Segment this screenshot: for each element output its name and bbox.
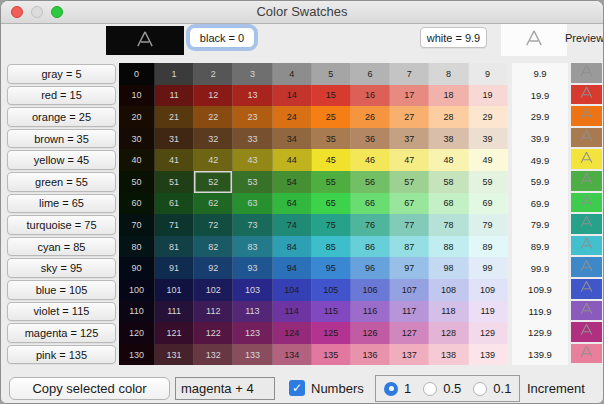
white-value-button[interactable]: white = 9.9 <box>420 27 487 48</box>
swatch-cell-110[interactable]: 110 <box>119 301 155 323</box>
swatch-cell-44[interactable]: 44 <box>273 149 312 171</box>
sidebar-item-red[interactable]: red = 15 <box>7 86 116 106</box>
sidebar-item-cyan[interactable]: cyan = 85 <box>7 237 116 257</box>
swatch-cell-99[interactable]: 99 <box>469 257 508 279</box>
increment-radio-label[interactable]: 0.5 <box>443 381 461 396</box>
swatch-cell-92[interactable]: 92 <box>194 257 233 279</box>
swatch-cell-137[interactable]: 137 <box>390 344 429 366</box>
swatch-cell-14[interactable]: 14 <box>273 85 312 107</box>
swatch-cell-104[interactable]: 104 <box>273 279 312 301</box>
swatch-cell-29[interactable]: 29 <box>469 106 508 128</box>
swatch-cell-80[interactable]: 80 <box>119 236 155 258</box>
swatch-cell-22[interactable]: 22 <box>194 106 233 128</box>
swatch-cell-36[interactable]: 36 <box>351 128 390 150</box>
swatch-cell-132[interactable]: 132 <box>194 344 233 366</box>
swatch-cell-76[interactable]: 76 <box>351 214 390 236</box>
swatch-cell-129[interactable]: 129 <box>469 322 508 344</box>
swatch-cell-77[interactable]: 77 <box>390 214 429 236</box>
swatch-cell-84[interactable]: 84 <box>273 236 312 258</box>
swatch-cell-87[interactable]: 87 <box>390 236 429 258</box>
selected-color-field[interactable]: magenta + 4 <box>175 377 275 400</box>
swatch-cell-101[interactable]: 101 <box>155 279 194 301</box>
swatch-cell-28[interactable]: 28 <box>429 106 468 128</box>
swatch-cell-11[interactable]: 11 <box>155 85 194 107</box>
swatch-cell-116[interactable]: 116 <box>351 301 390 323</box>
swatch-cell-114[interactable]: 114 <box>273 301 312 323</box>
swatch-cell-73[interactable]: 73 <box>233 214 272 236</box>
swatch-cell-130[interactable]: 130 <box>119 344 155 366</box>
swatch-cell-21[interactable]: 21 <box>155 106 194 128</box>
swatch-cell-88[interactable]: 88 <box>429 236 468 258</box>
swatch-cell-70[interactable]: 70 <box>119 214 155 236</box>
swatch-cell-71[interactable]: 71 <box>155 214 194 236</box>
swatch-cell-122[interactable]: 122 <box>194 322 233 344</box>
black-value-field[interactable]: black = 0 <box>189 27 255 48</box>
sidebar-item-magenta[interactable]: magenta = 125 <box>7 323 116 343</box>
swatch-cell-98[interactable]: 98 <box>429 257 468 279</box>
swatch-cell-3[interactable]: 3 <box>233 63 272 85</box>
swatch-cell-26[interactable]: 26 <box>351 106 390 128</box>
swatch-cell-107[interactable]: 107 <box>390 279 429 301</box>
sidebar-item-gray[interactable]: gray = 5 <box>7 64 116 84</box>
swatch-cell-82[interactable]: 82 <box>194 236 233 258</box>
swatch-cell-48[interactable]: 48 <box>429 149 468 171</box>
swatch-cell-89[interactable]: 89 <box>469 236 508 258</box>
swatch-cell-102[interactable]: 102 <box>194 279 233 301</box>
sidebar-item-yellow[interactable]: yellow = 45 <box>7 150 116 170</box>
swatch-cell-105[interactable]: 105 <box>312 279 351 301</box>
swatch-cell-37[interactable]: 37 <box>390 128 429 150</box>
swatch-cell-86[interactable]: 86 <box>351 236 390 258</box>
swatch-cell-55[interactable]: 55 <box>312 171 351 193</box>
swatch-cell-23[interactable]: 23 <box>233 106 272 128</box>
swatch-cell-33[interactable]: 33 <box>233 128 272 150</box>
swatch-cell-24[interactable]: 24 <box>273 106 312 128</box>
swatch-cell-50[interactable]: 50 <box>119 171 155 193</box>
swatch-cell-131[interactable]: 131 <box>155 344 194 366</box>
swatch-cell-75[interactable]: 75 <box>312 214 351 236</box>
swatch-cell-38[interactable]: 38 <box>429 128 468 150</box>
swatch-cell-119[interactable]: 119 <box>469 301 508 323</box>
swatch-cell-118[interactable]: 118 <box>429 301 468 323</box>
swatch-cell-91[interactable]: 91 <box>155 257 194 279</box>
swatch-cell-2[interactable]: 2 <box>194 63 233 85</box>
increment-radio-0.5[interactable] <box>423 382 437 396</box>
swatch-cell-115[interactable]: 115 <box>312 301 351 323</box>
swatch-cell-51[interactable]: 51 <box>155 171 194 193</box>
swatch-cell-64[interactable]: 64 <box>273 193 312 215</box>
swatch-cell-20[interactable]: 20 <box>119 106 155 128</box>
numbers-checkbox[interactable]: ✓ <box>289 380 305 396</box>
swatch-cell-95[interactable]: 95 <box>312 257 351 279</box>
swatch-cell-108[interactable]: 108 <box>429 279 468 301</box>
swatch-cell-27[interactable]: 27 <box>390 106 429 128</box>
swatch-cell-128[interactable]: 128 <box>429 322 468 344</box>
sidebar-item-turquoise[interactable]: turquoise = 75 <box>7 215 116 235</box>
swatch-cell-16[interactable]: 16 <box>351 85 390 107</box>
swatch-cell-138[interactable]: 138 <box>429 344 468 366</box>
swatch-cell-113[interactable]: 113 <box>233 301 272 323</box>
sidebar-item-pink[interactable]: pink = 135 <box>7 345 116 365</box>
swatch-cell-109[interactable]: 109 <box>469 279 508 301</box>
swatch-cell-25[interactable]: 25 <box>312 106 351 128</box>
swatch-cell-133[interactable]: 133 <box>233 344 272 366</box>
sidebar-item-brown[interactable]: brown = 35 <box>7 129 116 149</box>
swatch-cell-47[interactable]: 47 <box>390 149 429 171</box>
swatch-cell-65[interactable]: 65 <box>312 193 351 215</box>
swatch-cell-61[interactable]: 61 <box>155 193 194 215</box>
swatch-cell-100[interactable]: 100 <box>119 279 155 301</box>
swatch-cell-120[interactable]: 120 <box>119 322 155 344</box>
swatch-cell-7[interactable]: 7 <box>390 63 429 85</box>
swatch-cell-123[interactable]: 123 <box>233 322 272 344</box>
swatch-cell-54[interactable]: 54 <box>273 171 312 193</box>
swatch-cell-32[interactable]: 32 <box>194 128 233 150</box>
swatch-cell-52[interactable]: 52 <box>194 171 233 193</box>
swatch-cell-83[interactable]: 83 <box>233 236 272 258</box>
increment-radio-label[interactable]: 0.1 <box>493 381 511 396</box>
swatch-cell-67[interactable]: 67 <box>390 193 429 215</box>
swatch-cell-126[interactable]: 126 <box>351 322 390 344</box>
swatch-cell-78[interactable]: 78 <box>429 214 468 236</box>
swatch-cell-31[interactable]: 31 <box>155 128 194 150</box>
swatch-cell-85[interactable]: 85 <box>312 236 351 258</box>
swatch-cell-81[interactable]: 81 <box>155 236 194 258</box>
swatch-cell-43[interactable]: 43 <box>233 149 272 171</box>
swatch-cell-59[interactable]: 59 <box>469 171 508 193</box>
